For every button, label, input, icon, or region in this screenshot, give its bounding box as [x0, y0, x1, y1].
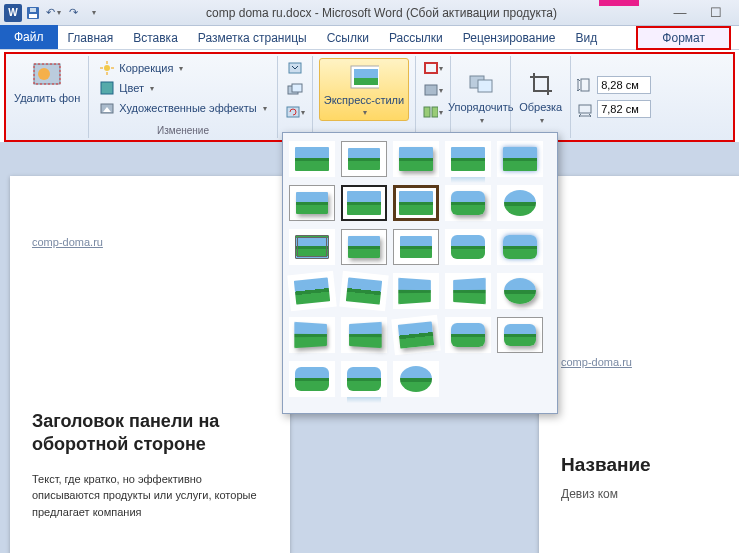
- color-button[interactable]: Цвет▾: [95, 78, 270, 98]
- reset-icon: [285, 105, 300, 119]
- style-thumb-metal-round[interactable]: [497, 229, 543, 265]
- style-thumb-reflection[interactable]: [445, 141, 491, 177]
- title-heading[interactable]: Название: [561, 454, 651, 476]
- page-left[interactable]: comp-doma.ru Заголовок панели на оборотн…: [10, 176, 290, 553]
- picture-layout-button[interactable]: ▾: [422, 102, 444, 122]
- style-thumb-soft-persp[interactable]: [391, 315, 441, 356]
- watermark-link[interactable]: comp-doma.ru: [32, 236, 103, 248]
- svg-rect-16: [292, 84, 302, 92]
- style-thumb-oval[interactable]: [497, 185, 543, 221]
- undo-icon[interactable]: ↶▾: [44, 4, 62, 22]
- quick-access-toolbar: W ↶▾ ↷ ▾: [0, 4, 106, 22]
- tagline-text[interactable]: Девиз ком: [561, 487, 618, 501]
- maximize-button[interactable]: ☐: [703, 3, 729, 23]
- svg-point-6: [104, 65, 110, 71]
- chevron-down-icon: ▾: [363, 108, 367, 117]
- style-thumb-relaxed[interactable]: [339, 271, 389, 312]
- style-thumb-rounded-reflect[interactable]: [289, 361, 335, 397]
- style-thumb-soft-round[interactable]: [445, 229, 491, 265]
- effects-icon: [423, 83, 438, 97]
- style-thumb-relaxed-persp[interactable]: [289, 317, 335, 353]
- corrections-button[interactable]: Коррекция▾: [95, 58, 270, 78]
- style-thumb-rotated-white[interactable]: [287, 271, 337, 312]
- style-thumb-moderate[interactable]: [341, 229, 387, 265]
- tab-format[interactable]: Формат: [636, 26, 731, 50]
- style-thumb-bevel-reflect[interactable]: [341, 361, 387, 397]
- word-app-icon[interactable]: W: [4, 4, 22, 22]
- height-input[interactable]: 8,28 см: [597, 76, 651, 94]
- compress-pictures-button[interactable]: [284, 58, 306, 78]
- ribbon: Удалить фон Коррекция▾ Цвет▾ Художествен…: [6, 54, 733, 140]
- change-picture-button[interactable]: [284, 80, 306, 100]
- width-input[interactable]: 7,82 см: [597, 100, 651, 118]
- reset-picture-button[interactable]: ▾: [284, 102, 306, 122]
- style-thumb-shadow[interactable]: [393, 141, 439, 177]
- remove-background-button[interactable]: Удалить фон: [12, 58, 82, 106]
- svg-rect-1: [29, 14, 37, 18]
- express-styles-button[interactable]: Экспресс-стили ▾: [319, 58, 409, 121]
- svg-rect-29: [579, 105, 591, 113]
- save-icon[interactable]: [24, 4, 42, 22]
- group-remove-background: Удалить фон: [10, 56, 89, 138]
- qat-customize-icon[interactable]: ▾: [84, 4, 102, 22]
- height-value: 8,28 см: [601, 79, 639, 91]
- height-icon: [577, 77, 593, 93]
- svg-rect-22: [425, 85, 437, 95]
- style-thumb-glow[interactable]: [497, 141, 543, 177]
- svg-rect-20: [354, 78, 378, 85]
- panel-body-text[interactable]: Текст, где кратко, но эффективно описыва…: [32, 471, 268, 521]
- border-icon: [423, 61, 438, 75]
- style-thumb-metal-oval[interactable]: [393, 361, 439, 397]
- svg-rect-24: [432, 107, 438, 117]
- style-thumb-double-black[interactable]: [341, 185, 387, 221]
- group-size: 8,28 см 7,82 см: [575, 56, 657, 138]
- style-thumb-frame-white[interactable]: [341, 141, 387, 177]
- style-thumb-center-shadow[interactable]: [393, 229, 439, 265]
- tab-page-layout[interactable]: Разметка страницы: [188, 27, 317, 49]
- artistic-icon: [99, 100, 115, 116]
- style-thumb-perspective-right[interactable]: [445, 273, 491, 309]
- artistic-effects-button[interactable]: Художественные эффекты▾: [95, 98, 270, 118]
- style-thumb-metal-frame[interactable]: [497, 317, 543, 353]
- ribbon-highlight-box: Удалить фон Коррекция▾ Цвет▾ Художествен…: [4, 52, 735, 142]
- arrange-label: Упорядочить: [448, 101, 513, 113]
- ribbon-tabs: Файл Главная Вставка Разметка страницы С…: [0, 26, 739, 50]
- change-picture-icon: [287, 83, 303, 97]
- style-thumb-moderate-persp[interactable]: [341, 317, 387, 353]
- tab-view[interactable]: Вид: [565, 27, 607, 49]
- panel-heading[interactable]: Заголовок панели на оборотной стороне: [32, 410, 268, 457]
- style-thumb-soft-edge[interactable]: [289, 185, 335, 221]
- app-name: Microsoft Word: [322, 6, 402, 20]
- svg-rect-14: [289, 63, 301, 73]
- window-title: comp doma ru.docx - Microsoft Word (Сбой…: [106, 6, 657, 20]
- arrange-button[interactable]: Упорядочить ▾: [446, 67, 515, 126]
- ribbon-context-accent: [599, 0, 639, 6]
- group-adjust: Коррекция▾ Цвет▾ Художественные эффекты▾…: [93, 56, 277, 138]
- watermark-link[interactable]: comp-doma.ru: [561, 356, 632, 368]
- tab-file[interactable]: Файл: [0, 25, 58, 49]
- style-thumb-simple[interactable]: [289, 141, 335, 177]
- crop-button[interactable]: Обрезка ▾: [517, 67, 564, 126]
- tab-mailings[interactable]: Рассылки: [379, 27, 453, 49]
- layout-icon: [423, 105, 438, 119]
- style-thumb-bevel-rect[interactable]: [445, 317, 491, 353]
- width-icon: [577, 101, 593, 117]
- style-thumb-perspective-left[interactable]: [393, 273, 439, 309]
- group-crop: Обрезка ▾: [515, 56, 571, 138]
- svg-rect-26: [478, 80, 492, 92]
- chevron-down-icon: ▾: [263, 104, 267, 113]
- style-thumb-compound[interactable]: [289, 229, 335, 265]
- style-thumb-thick-matte[interactable]: [393, 185, 439, 221]
- tab-references[interactable]: Ссылки: [317, 27, 379, 49]
- style-thumb-bevel-oval[interactable]: [497, 273, 543, 309]
- tab-insert[interactable]: Вставка: [123, 27, 188, 49]
- style-thumb-rounded[interactable]: [445, 185, 491, 221]
- page-right[interactable]: comp-doma.ru Название Девиз ком: [539, 176, 739, 553]
- tab-home[interactable]: Главная: [58, 27, 124, 49]
- redo-icon[interactable]: ↷: [64, 4, 82, 22]
- minimize-button[interactable]: —: [667, 3, 693, 23]
- tab-review[interactable]: Рецензирование: [453, 27, 566, 49]
- picture-effects-button[interactable]: ▾: [422, 80, 444, 100]
- picture-border-button[interactable]: ▾: [422, 58, 444, 78]
- doc-name: comp doma ru.docx: [206, 6, 311, 20]
